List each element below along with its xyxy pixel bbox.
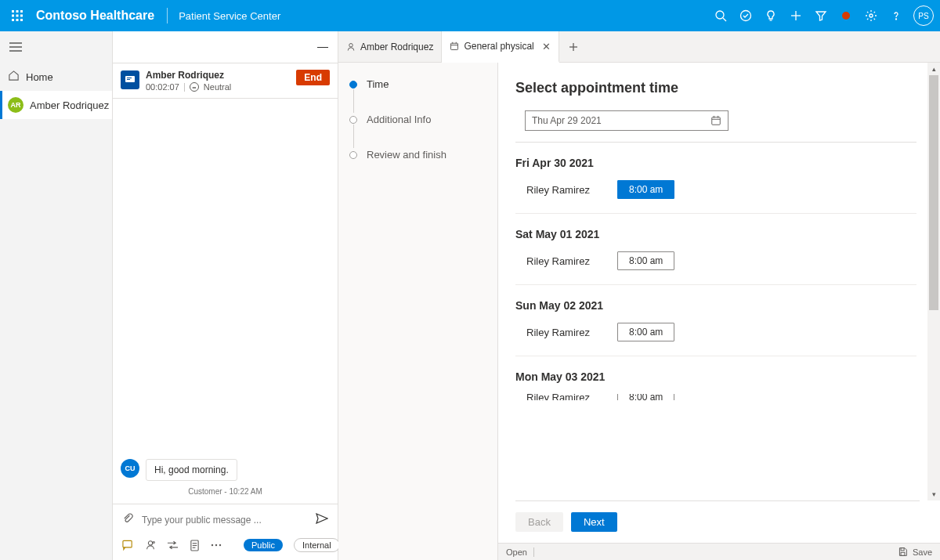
date-picker[interactable]: Thu Apr 29 2021	[525, 110, 728, 131]
sentiment-icon: ••	[190, 82, 199, 92]
detail-panel: ▴ ▾ Select appointment time Thu Apr 29 2…	[498, 63, 940, 560]
svg-rect-23	[123, 540, 132, 547]
step-dot	[349, 151, 357, 159]
provider-name: Riley Ramirez	[526, 184, 597, 196]
task-icon[interactable]	[733, 3, 758, 28]
more-icon[interactable]	[211, 539, 222, 551]
quick-reply-icon[interactable]	[122, 539, 134, 551]
next-button[interactable]: Next	[571, 512, 617, 532]
day-label: Sat May 01 2021	[515, 228, 916, 240]
lightbulb-icon[interactable]	[758, 3, 783, 28]
left-sidebar: Home AR Amber Rodriquez	[0, 31, 113, 560]
brand-title: Contoso Healthcare	[36, 9, 154, 23]
svg-point-9	[716, 11, 724, 19]
svg-rect-5	[20, 15, 23, 17]
day-block: Mon May 03 2021Riley Ramirez8:00 am	[515, 356, 916, 400]
add-icon[interactable]	[783, 3, 808, 28]
tab-active-label: General physical	[464, 41, 533, 52]
time-slot[interactable]: 8:00 am	[617, 251, 674, 270]
tab-close-icon[interactable]: ✕	[542, 41, 551, 52]
consult-icon[interactable]	[145, 539, 156, 551]
settings-icon[interactable]	[859, 3, 884, 28]
sidebar-item-session[interactable]: AR Amber Rodriquez	[0, 91, 112, 119]
svg-point-25	[153, 541, 154, 543]
svg-rect-21	[127, 78, 132, 78]
svg-point-31	[215, 544, 217, 546]
conversation-card[interactable]: Amber Rodriquez 00:02:07 •• Neutral End	[113, 63, 338, 99]
day-label: Sun May 02 2021	[515, 299, 916, 312]
provider-row: Riley Ramirez8:00 am	[515, 180, 916, 199]
internal-toggle[interactable]: Internal	[294, 538, 340, 552]
time-slot[interactable]: 8:00 am	[617, 180, 674, 199]
chat-messages: CU Hi, good morning. Customer - 10:22 AM	[113, 99, 338, 504]
svg-rect-1	[16, 10, 19, 13]
hamburger-icon[interactable]	[8, 39, 24, 55]
svg-rect-34	[451, 43, 458, 49]
svg-rect-6	[12, 19, 14, 21]
svg-point-33	[349, 43, 353, 47]
conversation-timer: 00:02:07	[146, 82, 179, 92]
brand-subtitle: Patient Service Center	[179, 10, 280, 22]
scroll-up-icon[interactable]: ▴	[927, 63, 940, 75]
svg-rect-2	[20, 10, 23, 13]
public-toggle[interactable]: Public	[244, 539, 283, 551]
svg-rect-0	[12, 10, 14, 13]
svg-point-24	[148, 541, 152, 545]
session-avatar: AR	[8, 97, 24, 113]
home-icon	[8, 70, 20, 84]
svg-rect-4	[16, 15, 19, 17]
scroll-down-icon[interactable]: ▾	[927, 488, 940, 500]
filter-icon[interactable]	[808, 3, 833, 28]
meta-divider	[184, 83, 185, 92]
day-block: Sun May 02 2021Riley Ramirez8:00 am	[515, 285, 916, 356]
provider-name: Riley Ramirez	[526, 327, 597, 338]
calendar-icon	[710, 115, 721, 126]
svg-rect-7	[16, 19, 19, 21]
attachment-icon[interactable]	[122, 512, 134, 527]
date-value: Thu Apr 29 2021	[532, 115, 602, 126]
save-label: Save	[913, 547, 932, 557]
svg-rect-45	[901, 552, 905, 555]
time-slot[interactable]: 8:00 am	[617, 323, 674, 341]
tab-add-button[interactable]	[559, 31, 588, 62]
chat-message-meta: Customer - 10:22 AM	[121, 487, 330, 496]
step-additional-info[interactable]: Additional Info	[349, 114, 486, 125]
svg-point-32	[219, 544, 221, 546]
chat-message: Hi, good morning.	[146, 459, 237, 481]
search-icon[interactable]	[708, 3, 733, 28]
back-button[interactable]: Back	[515, 512, 563, 532]
day-label: Fri Apr 30 2021	[515, 157, 916, 169]
scrollbar-track[interactable]: ▴ ▾	[927, 63, 940, 500]
detail-title: Select appointment time	[515, 80, 916, 96]
scrollbar-thumb[interactable]	[929, 75, 938, 310]
step-review[interactable]: Review and finish	[349, 149, 486, 161]
app-launcher-icon[interactable]	[6, 5, 28, 27]
save-button[interactable]: Save	[898, 547, 932, 557]
time-slot[interactable]: 8:00 am	[617, 394, 674, 400]
svg-rect-44	[901, 548, 904, 551]
svg-line-10	[723, 18, 726, 21]
step-time[interactable]: Time	[349, 78, 486, 90]
end-button[interactable]: End	[296, 70, 330, 85]
message-input[interactable]	[142, 515, 308, 526]
provider-name: Riley Ramirez	[526, 255, 597, 267]
tab-general-physical[interactable]: General physical ✕	[442, 31, 559, 63]
sidebar-item-home[interactable]: Home	[0, 63, 112, 91]
user-avatar[interactable]: PS	[913, 5, 934, 26]
day-block: Fri Apr 30 2021Riley Ramirez8:00 am	[515, 143, 916, 214]
minimize-icon[interactable]	[317, 47, 328, 48]
customer-avatar: CU	[121, 459, 139, 478]
tab-person[interactable]: Amber Rodriquez	[338, 31, 442, 62]
day-label: Mon May 03 2021	[515, 370, 916, 383]
status-open[interactable]: Open	[506, 547, 527, 557]
transfer-icon[interactable]	[167, 539, 179, 551]
help-icon[interactable]	[884, 3, 909, 28]
send-icon[interactable]	[316, 513, 328, 526]
brand-divider	[167, 8, 168, 23]
tabs-row: Amber Rodriquez General physical ✕	[338, 31, 940, 63]
step-additional-label: Additional Info	[367, 114, 431, 125]
tab-person-label: Amber Rodriquez	[360, 42, 433, 52]
record-icon[interactable]	[833, 3, 859, 28]
notes-icon[interactable]	[190, 539, 200, 551]
provider-row: Riley Ramirez8:00 am	[515, 251, 916, 270]
